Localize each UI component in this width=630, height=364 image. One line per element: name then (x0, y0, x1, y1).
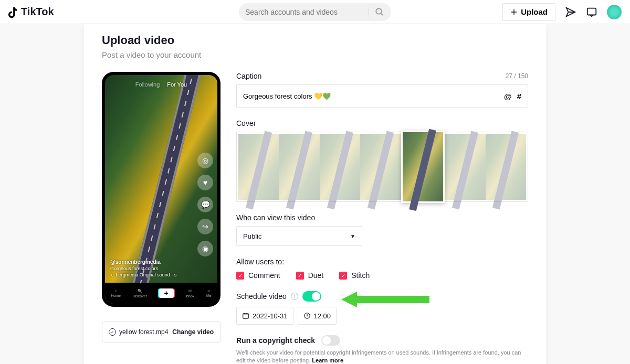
preview-tab-following: Following (135, 81, 160, 88)
preview-nav-inbox: ✉Inbox (185, 289, 194, 298)
preview-profile-icon: ◎ (197, 153, 213, 168)
checkbox-checked-icon: ✓ (296, 272, 304, 280)
copyright-description: We'll check your video for potential cop… (236, 349, 528, 364)
preview-like-icon: ♥ (197, 175, 213, 190)
preview-nav-me: ☺Me (206, 289, 212, 297)
svg-point-0 (376, 8, 382, 14)
cover-frame[interactable] (320, 134, 360, 200)
upload-button[interactable]: Upload (502, 3, 555, 21)
preview-sound-disc-icon: ◉ (197, 241, 213, 256)
preview-caption: Gorgeous forest colors (110, 266, 176, 271)
preview-feed-tabs: Following For You (105, 81, 217, 88)
copyright-toggle[interactable] (321, 335, 340, 346)
plus-icon (510, 8, 518, 16)
inbox-icon[interactable] (586, 6, 597, 18)
phone-preview: Following For You ◎ ♥ 💬 ↪ ◉ @sonnenbergm… (102, 72, 220, 307)
tiktok-logo[interactable]: TikTok (8, 6, 54, 18)
allow-comment-checkbox[interactable]: ✓Comment (236, 271, 280, 280)
avatar[interactable] (607, 5, 622, 19)
info-icon[interactable]: i (291, 293, 298, 300)
learn-more-link[interactable]: Learn more (312, 357, 343, 363)
checkbox-checked-icon: ✓ (236, 272, 244, 280)
preview-comment-icon: 💬 (197, 197, 213, 212)
preview-share-icon: ↪ (197, 219, 213, 234)
form-column: Caption 27 / 150 @ # Cover (236, 72, 528, 364)
cover-frame[interactable] (279, 134, 319, 200)
file-info-row: ✓ yellow forest.mp4 Change video (102, 322, 220, 342)
clock-icon (303, 312, 311, 319)
svg-line-1 (381, 13, 383, 15)
page-subtitle: Post a video to your account (102, 50, 528, 59)
svg-marker-3 (341, 292, 429, 307)
search-icon[interactable] (374, 7, 385, 17)
caption-input-box[interactable]: @ # (236, 84, 528, 108)
top-nav: TikTok Upload (0, 0, 630, 24)
search-input[interactable] (245, 8, 363, 16)
check-circle-icon: ✓ (109, 328, 116, 336)
search-divider (369, 7, 369, 17)
search-bar[interactable] (239, 3, 391, 21)
schedule-date-input[interactable]: 2022-10-31 (236, 307, 293, 325)
page-body: Upload video Post a video to your accoun… (0, 24, 630, 364)
preview-username: @sonnenbergmedia (110, 259, 176, 265)
checkbox-checked-icon: ✓ (339, 272, 347, 280)
upload-card: Upload video Post a video to your accoun… (84, 24, 546, 364)
cover-frame[interactable] (360, 134, 401, 200)
uploaded-filename: yellow forest.mp4 (119, 328, 169, 336)
preview-sound: ♫bergmedia Original sound - s (110, 272, 176, 277)
cover-frame[interactable] (486, 134, 526, 200)
allow-duet-checkbox[interactable]: ✓Duet (296, 271, 324, 280)
preview-column: Following For You ◎ ♥ 💬 ↪ ◉ @sonnenbergm… (102, 72, 220, 364)
svg-rect-2 (587, 8, 596, 15)
privacy-value: Public (243, 232, 261, 240)
chevron-down-icon: ▼ (350, 233, 355, 239)
cover-frame[interactable] (445, 134, 485, 200)
page-title: Upload video (102, 34, 528, 47)
send-icon[interactable] (565, 6, 576, 18)
caption-counter: 27 / 150 (506, 72, 528, 80)
privacy-select[interactable]: Public ▼ (236, 226, 362, 246)
preview-nav-discover: 🔍Discover (133, 289, 147, 298)
upload-label: Upload (521, 7, 548, 16)
preview-side-actions: ◎ ♥ 💬 ↪ ◉ (197, 153, 213, 256)
copyright-label: Run a copyright check (236, 336, 315, 345)
cover-frame[interactable] (238, 134, 279, 200)
cover-label: Cover (236, 119, 528, 127)
hashtag-button[interactable]: # (517, 92, 521, 101)
schedule-label: Schedule video (236, 292, 287, 301)
allow-stitch-checkbox[interactable]: ✓Stitch (339, 271, 370, 280)
allow-label: Allow users to: (236, 258, 528, 266)
preview-bottom-bar: ⌂Home 🔍Discover + ✉Inbox ☺Me (105, 283, 217, 304)
change-video-button[interactable]: Change video (172, 328, 214, 336)
caption-input[interactable] (243, 92, 504, 100)
schedule-time-input[interactable]: 12:00 (298, 307, 337, 325)
brand-text: TikTok (21, 6, 54, 18)
phone-screen: Following For You ◎ ♥ 💬 ↪ ◉ @sonnenbergm… (105, 75, 217, 304)
preview-tab-foryou: For You (167, 81, 187, 88)
cover-selector[interactable] (236, 132, 528, 202)
preview-caption-area: @sonnenbergmedia Gorgeous forest colors … (110, 259, 176, 277)
caption-label: Caption (236, 72, 261, 80)
tiktok-icon (8, 6, 19, 18)
nav-right: Upload (502, 3, 622, 21)
cover-frame-selected[interactable] (401, 131, 445, 203)
schedule-toggle[interactable] (302, 291, 321, 302)
svg-rect-4 (243, 314, 249, 318)
calendar-icon (242, 312, 249, 319)
arrow-icon (341, 289, 430, 310)
preview-nav-create: + (159, 288, 174, 298)
privacy-label: Who can view this video (236, 213, 528, 222)
preview-nav-home: ⌂Home (111, 289, 121, 297)
mention-button[interactable]: @ (504, 92, 512, 101)
